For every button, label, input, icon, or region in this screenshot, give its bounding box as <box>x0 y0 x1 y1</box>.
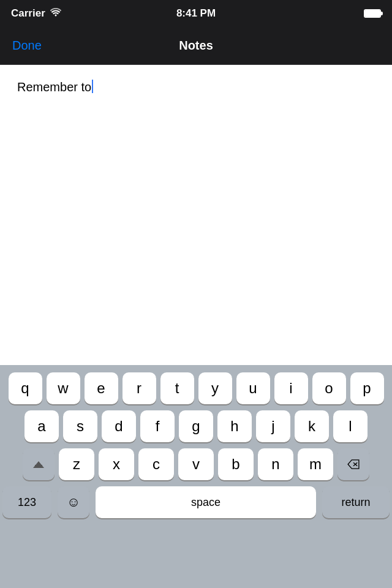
key-i[interactable]: i <box>274 372 308 404</box>
nav-title: Notes <box>179 39 213 53</box>
delete-icon <box>347 459 360 469</box>
key-c[interactable]: c <box>138 448 174 480</box>
keyboard-row-1: q w e r t y u i o p <box>2 372 390 404</box>
delete-key[interactable] <box>337 448 369 480</box>
emoji-key[interactable]: ☺ <box>58 486 89 518</box>
key-u[interactable]: u <box>236 372 270 404</box>
note-text: Remember to <box>17 80 91 94</box>
key-r[interactable]: r <box>123 372 156 404</box>
key-o[interactable]: o <box>312 372 346 404</box>
return-key[interactable]: return <box>322 486 390 518</box>
keyboard-row-3: z x c v b n m <box>2 448 390 480</box>
battery-fill <box>365 10 380 17</box>
key-b[interactable]: b <box>218 448 254 480</box>
key-n[interactable]: n <box>258 448 293 480</box>
key-k[interactable]: k <box>295 410 329 442</box>
space-key[interactable]: space <box>96 486 316 518</box>
key-z[interactable]: z <box>59 448 94 480</box>
shift-icon <box>33 461 44 468</box>
key-a[interactable]: a <box>24 410 59 442</box>
done-button[interactable]: Done <box>12 39 42 53</box>
key-g[interactable]: g <box>179 410 213 442</box>
keyboard-row-2: a s d f g h j k l <box>2 410 390 442</box>
text-cursor <box>92 80 93 93</box>
key-s[interactable]: s <box>63 410 97 442</box>
key-m[interactable]: m <box>298 448 333 480</box>
note-area[interactable]: Remember to <box>0 65 392 365</box>
shift-key[interactable] <box>23 448 55 480</box>
status-left: Carrier <box>11 7 61 20</box>
status-time: 8:41 PM <box>176 7 216 20</box>
battery-container <box>364 9 381 18</box>
key-x[interactable]: x <box>99 448 134 480</box>
key-d[interactable]: d <box>102 410 136 442</box>
key-v[interactable]: v <box>178 448 214 480</box>
key-w[interactable]: w <box>47 372 80 404</box>
carrier-text: Carrier <box>11 7 45 20</box>
nav-bar: Done Notes <box>0 27 392 65</box>
wifi-icon <box>50 7 61 20</box>
key-f[interactable]: f <box>140 410 175 442</box>
keyboard: q w e r t y u i o p a s d f g h j k l z … <box>0 365 392 588</box>
key-j[interactable]: j <box>256 410 290 442</box>
key-t[interactable]: t <box>160 372 194 404</box>
key-e[interactable]: e <box>85 372 118 404</box>
key-l[interactable]: l <box>333 410 368 442</box>
key-h[interactable]: h <box>217 410 252 442</box>
key-p[interactable]: p <box>350 372 384 404</box>
keyboard-row-4: 123 ☺ space return <box>2 486 390 518</box>
key-q[interactable]: q <box>9 372 42 404</box>
key-y[interactable]: y <box>198 372 232 404</box>
battery-icon <box>364 9 381 18</box>
status-bar: Carrier 8:41 PM <box>0 0 392 27</box>
numbers-key[interactable]: 123 <box>2 486 51 518</box>
